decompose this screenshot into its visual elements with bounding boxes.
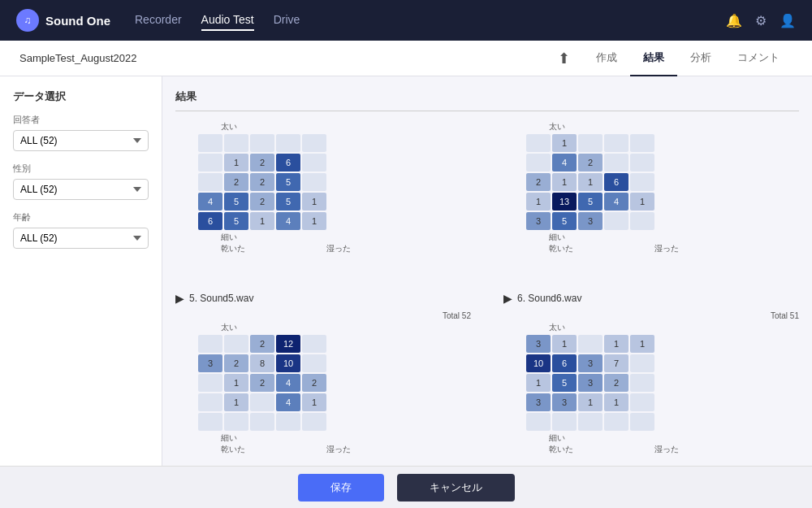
grid-section-3: ▶ 5. Sound5.wav Total 52太い21232810124214… (175, 292, 471, 466)
cell-4-3 (604, 413, 628, 431)
cell-4-0: 3 (526, 212, 551, 230)
cell-1-2: 3 (578, 354, 603, 372)
cell-3-1: 1 (224, 393, 248, 411)
filter-age-select[interactable]: ALL (52) (13, 228, 149, 249)
tab-comments[interactable]: コメント (724, 41, 793, 76)
cell-3-0: 3 (526, 393, 551, 411)
filter-gender-label: 性別 (13, 163, 149, 175)
cell-3-3: 1 (604, 393, 628, 411)
x-right-4: 湿った (654, 444, 679, 455)
cell-1-2: 8 (250, 354, 274, 372)
cell-2-0: 2 (526, 173, 551, 191)
x-right-2: 湿った (654, 243, 679, 254)
grid-header-4: ▶ 6. Sound6.wav (503, 292, 799, 305)
filter-age-label: 年齢 (13, 211, 149, 224)
x-labels-3: 乾いた 湿った (221, 444, 351, 455)
play-icon-3[interactable]: ▶ (175, 292, 184, 305)
save-button[interactable]: 保存 (298, 474, 384, 501)
cell-3-1: 3 (552, 393, 577, 411)
cell-0-3 (276, 134, 300, 152)
cell-2-2: 1 (578, 173, 603, 191)
matrix-wrapper-1: 太い1262254525165141細い 乾いた 湿った (175, 121, 471, 272)
cell-1-4 (630, 154, 654, 172)
tab-results[interactable]: 結果 (630, 41, 677, 76)
cell-0-2 (578, 134, 603, 152)
cell-4-2 (250, 413, 274, 431)
matrix-wrapper-3: 太い212328101242141細い 乾いた 湿った (175, 322, 471, 466)
grid-header-3: ▶ 5. Sound5.wav (175, 292, 471, 305)
cell-1-1: 2 (224, 354, 248, 372)
cell-1-0 (526, 154, 551, 172)
y-bottom-2: 細い (549, 232, 799, 243)
cell-4-1 (552, 413, 577, 431)
sound-label-4: 6. Sound6.wav (517, 293, 581, 304)
cell-0-4: 1 (630, 335, 654, 353)
cell-2-1: 5 (552, 374, 577, 392)
matrix-wrapper-4: 太い31111063715323311細い 乾いた 湿った (503, 322, 799, 466)
cell-0-4 (630, 134, 654, 152)
y-bottom-3: 細い (221, 432, 471, 444)
cell-3-1: 13 (552, 193, 577, 211)
cell-2-4: 2 (302, 374, 326, 392)
x-labels-1: 乾いた 湿った (221, 243, 351, 254)
cell-2-4 (630, 173, 654, 191)
cell-3-2: 2 (250, 193, 274, 211)
cell-3-4: 1 (302, 193, 326, 211)
filter-age: 年齢 ALL (52) (13, 211, 149, 249)
cell-0-1: 1 (552, 134, 577, 152)
cell-3-4: 1 (630, 193, 654, 211)
cell-0-0: 3 (526, 335, 551, 353)
notification-icon[interactable]: 🔔 (726, 13, 742, 28)
nav-audio-test[interactable]: Audio Test (201, 10, 254, 31)
cell-3-3: 5 (276, 193, 300, 211)
matrix-2: 太い1422116113541353細い 乾いた 湿った (503, 121, 799, 272)
cell-4-4 (630, 212, 654, 230)
cell-0-0 (198, 134, 222, 152)
matrix-grid-1: 1262254525165141 (198, 134, 471, 230)
sound-label-3: 5. Sound5.wav (189, 293, 253, 304)
total-label-3: Total 52 (175, 311, 471, 320)
filter-respondent: 回答者 ALL (52) (13, 114, 149, 151)
content-area: 結果 太い1262254525165141細い 乾いた 湿った 太い142211… (162, 76, 812, 466)
nav-icon-area: 🔔 ⚙ 👤 (726, 13, 796, 28)
cell-0-0 (198, 335, 222, 353)
y-top-3: 太い (221, 322, 471, 333)
matrix-grid-3: 212328101242141 (198, 335, 471, 431)
cell-4-0: 6 (198, 212, 222, 230)
cell-1-1: 1 (224, 154, 248, 172)
nav-recorder[interactable]: Recorder (135, 10, 182, 31)
matrix-wrapper-2: 太い1422116113541353細い 乾いた 湿った (503, 121, 799, 272)
upload-icon[interactable]: ⬆ (558, 50, 570, 67)
cell-3-2: 5 (578, 193, 603, 211)
user-icon[interactable]: 👤 (780, 13, 796, 28)
y-top-1: 太い (221, 121, 471, 132)
filter-respondent-select[interactable]: ALL (52) (13, 130, 149, 151)
cell-2-3: 6 (604, 173, 628, 191)
cancel-button[interactable]: キャンセル (397, 474, 515, 501)
matrix-1: 太い1262254525165141細い 乾いた 湿った (175, 121, 471, 272)
tab-analysis[interactable]: 分析 (677, 41, 724, 76)
cell-4-2 (578, 413, 603, 431)
x-left-2: 乾いた (549, 243, 573, 254)
cell-4-0 (526, 413, 551, 431)
cell-0-2 (578, 335, 603, 353)
cell-1-0: 10 (526, 354, 551, 372)
nav-drive[interactable]: Drive (274, 10, 300, 31)
cell-1-4 (630, 354, 654, 372)
cell-4-3: 4 (276, 212, 300, 230)
cell-0-3: 1 (604, 335, 628, 353)
cell-4-1 (224, 413, 248, 431)
play-icon-4[interactable]: ▶ (503, 292, 512, 305)
tab-create[interactable]: 作成 (583, 41, 630, 76)
cell-3-0: 1 (526, 193, 551, 211)
top-grids-row: 太い1262254525165141細い 乾いた 湿った 太い142211611… (175, 121, 799, 272)
results-title: 結果 (175, 89, 799, 111)
cell-0-1 (224, 335, 248, 353)
cell-4-1: 5 (224, 212, 248, 230)
filter-gender: 性別 ALL (52) (13, 163, 149, 200)
y-bottom-1: 細い (221, 232, 471, 243)
cell-2-2: 2 (250, 374, 274, 392)
main-content: データ選択 回答者 ALL (52) 性別 ALL (52) 年齢 ALL (5… (0, 76, 812, 466)
filter-gender-select[interactable]: ALL (52) (13, 179, 149, 200)
settings-icon[interactable]: ⚙ (755, 13, 767, 28)
